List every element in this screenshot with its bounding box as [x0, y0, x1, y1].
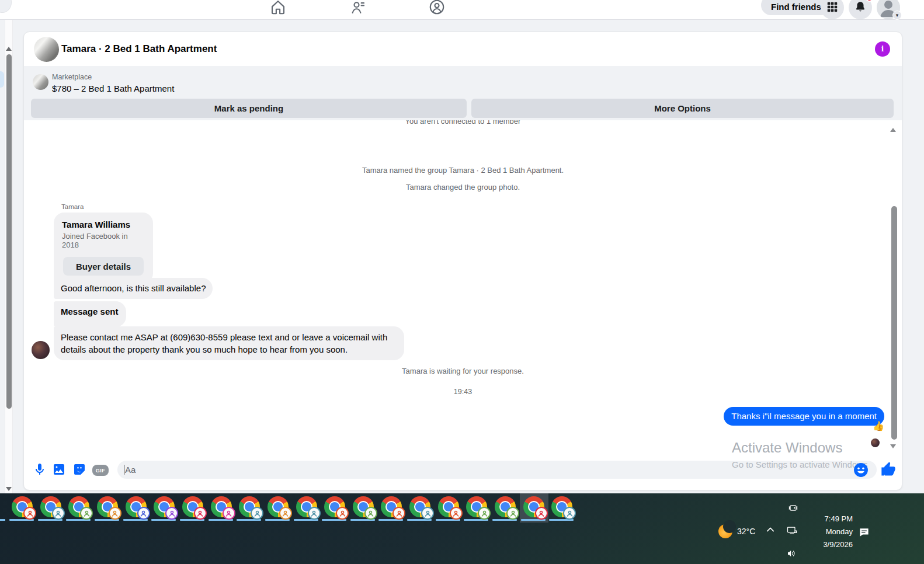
- left-edge-highlight: [0, 71, 4, 88]
- left-scrollbar-thumb[interactable]: [6, 54, 12, 409]
- message-input[interactable]: Aa: [117, 461, 877, 479]
- thumbs-up-reaction[interactable]: 👍: [873, 420, 884, 431]
- marketplace-banner: Marketplace $780 – 2 Bed 1 Bath Apartmen…: [24, 66, 902, 120]
- sender-name-label: Tamara: [61, 203, 84, 210]
- chrome-icon: [211, 496, 232, 517]
- volume-icon[interactable]: [786, 548, 797, 559]
- clock-time: 7:49 PM: [825, 514, 853, 523]
- weather-moon-icon[interactable]: [718, 524, 732, 538]
- taskbar-chrome-window-12[interactable]: [321, 493, 349, 523]
- taskbar-chrome-window-2[interactable]: [37, 493, 65, 523]
- group-photo-avatar[interactable]: [34, 37, 59, 62]
- chrome-icon: [40, 496, 61, 517]
- screen: Find friends ▾: [0, 0, 924, 564]
- weather-temperature[interactable]: 32°C: [737, 527, 755, 536]
- attach-image-button[interactable]: [52, 462, 66, 476]
- chrome-profile-badge: [223, 507, 235, 520]
- chrome-profile-badge: [279, 507, 292, 520]
- taskbar-chrome-window-1[interactable]: [8, 493, 37, 523]
- conversation-info-button[interactable]: i: [875, 41, 890, 57]
- chrome-icon: [68, 496, 89, 517]
- chrome-icon: [268, 496, 289, 517]
- more-options-button[interactable]: More Options: [471, 99, 894, 118]
- send-like-button[interactable]: [880, 461, 897, 478]
- cast-screen-icon[interactable]: [787, 502, 799, 514]
- listing-source: Marketplace: [52, 73, 92, 81]
- voice-clip-button[interactable]: [33, 462, 47, 476]
- chrome-profile-badge: [109, 507, 121, 520]
- chat-window: Tamara · 2 Bed 1 Bath Apartment i Market…: [23, 32, 902, 490]
- taskbar-chrome-window-3[interactable]: [65, 493, 93, 523]
- profile-menu-button[interactable]: ▾: [877, 0, 900, 19]
- outgoing-message: Thanks i"il message you in a moment: [724, 407, 884, 426]
- action-center-icon[interactable]: [859, 527, 870, 538]
- taskbar-chrome-window-5[interactable]: [122, 493, 151, 523]
- chrome-icon: [523, 496, 544, 517]
- taskbar-chrome-window-10[interactable]: [264, 493, 293, 523]
- chrome-profile-badge: [137, 507, 150, 520]
- taskbar-chrome-window-11[interactable]: [293, 493, 321, 523]
- topbar-corner-blob: [0, 0, 12, 13]
- taskbar-chrome-window-18[interactable]: [491, 493, 520, 523]
- taskbar-chrome-window-15[interactable]: [406, 493, 435, 523]
- chrome-profile-badge: [478, 507, 491, 520]
- chrome-icon: [154, 496, 175, 517]
- friends-icon[interactable]: [349, 0, 367, 16]
- scroll-down-arrow-icon[interactable]: [6, 487, 12, 491]
- taskbar-chrome-window-17[interactable]: [463, 493, 491, 523]
- taskbar-chrome-window-20[interactable]: [548, 493, 576, 523]
- chrome-icon: [551, 496, 572, 517]
- gif-button[interactable]: GIF: [92, 465, 109, 476]
- seen-indicator-avatar: [871, 438, 880, 447]
- buyer-joined: Joined Facebook in 2018: [62, 232, 145, 249]
- chrome-profile-badge: [392, 507, 405, 520]
- input-placeholder: Aa: [125, 465, 136, 475]
- notifications-button[interactable]: [849, 0, 872, 19]
- chevron-down-icon: ▾: [892, 11, 902, 20]
- chat-header: Tamara · 2 Bed 1 Bath Apartment i: [24, 32, 902, 66]
- buyer-contact-card: Tamara Williams Joined Facebook in 2018 …: [54, 213, 153, 284]
- chrome-icon: [438, 496, 459, 517]
- home-icon[interactable]: [269, 0, 287, 16]
- emoji-button[interactable]: [853, 462, 869, 478]
- sender-avatar[interactable]: [32, 341, 50, 359]
- groups-icon[interactable]: [428, 0, 446, 16]
- buyer-name: Tamara Williams: [62, 220, 145, 229]
- scroll-up-arrow-icon[interactable]: [6, 47, 12, 51]
- chrome-icon: [296, 496, 317, 517]
- chrome-profile-badge: [450, 507, 463, 520]
- chrome-profile-badge: [506, 507, 519, 520]
- taskbar-chrome-window-16[interactable]: [435, 493, 463, 523]
- chrome-profile-badge: [308, 507, 321, 520]
- chrome-icon: [353, 496, 374, 517]
- windows-taskbar: 32°C 7:49 PM Monday 3/9/2026: [0, 493, 924, 564]
- taskbar-chrome-window-4[interactable]: [93, 493, 122, 523]
- taskbar-chrome-window-9[interactable]: [235, 493, 264, 523]
- left-scrollbar[interactable]: [5, 20, 13, 493]
- chrome-icon: [324, 496, 345, 517]
- apps-menu-button[interactable]: [821, 0, 844, 19]
- hidden-icons-chevron[interactable]: [766, 527, 774, 532]
- message-list[interactable]: You aren't connected to 1 member Tamara …: [24, 120, 902, 457]
- emoji-smiley-icon: [853, 462, 869, 478]
- taskbar-chrome-window-14[interactable]: [377, 493, 406, 523]
- taskbar-chrome-window-7[interactable]: [179, 493, 207, 523]
- incoming-message: Please contact me ASAP at (609)630-8559 …: [54, 326, 404, 360]
- listing-thumbnail: [33, 74, 48, 90]
- clock-date: 3/9/2026: [823, 540, 853, 549]
- taskbar-chrome-window-6[interactable]: [150, 493, 179, 523]
- chat-scrollbar-thumb[interactable]: [891, 206, 897, 440]
- chrome-profile-badge: [194, 507, 207, 520]
- page-background: Tamara · 2 Bed 1 Bath Apartment i Market…: [0, 20, 924, 493]
- taskbar-chrome-window-8[interactable]: [207, 493, 236, 523]
- sticker-button[interactable]: [72, 462, 86, 476]
- chat-scroll-up-icon[interactable]: [890, 128, 896, 132]
- sticker-icon: [72, 462, 86, 476]
- taskbar-chrome-window-13[interactable]: [349, 493, 378, 523]
- buyer-details-button[interactable]: Buyer details: [63, 257, 144, 276]
- taskbar-chrome-window-19[interactable]: [520, 493, 548, 523]
- network-icon[interactable]: [786, 525, 798, 537]
- chat-scroll-down-icon[interactable]: [890, 444, 896, 448]
- chrome-icon: [239, 496, 260, 517]
- mark-as-pending-button[interactable]: Mark as pending: [31, 99, 467, 118]
